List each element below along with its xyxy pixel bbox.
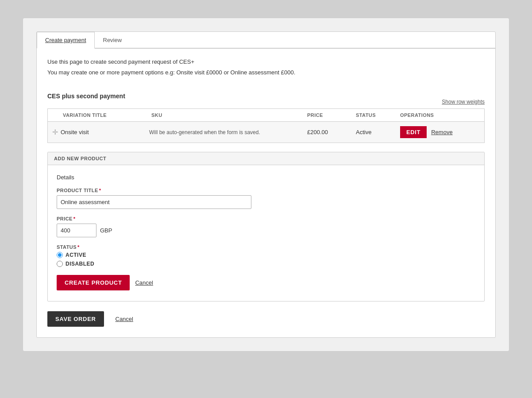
radio-active-input[interactable]: [57, 252, 63, 258]
radio-disabled-label: DISABLED: [66, 261, 94, 267]
drag-handle-icon[interactable]: ✛: [52, 128, 58, 136]
show-weights-link[interactable]: Show row weights: [442, 99, 485, 105]
table-row: ✛ Onsite visit Will be auto-generated wh…: [48, 122, 484, 143]
price-input[interactable]: [57, 224, 96, 237]
description-line2: You may create one or more payment optio…: [47, 68, 485, 77]
save-order-button[interactable]: SAVE ORDER: [47, 311, 104, 327]
tabs-bar: Create payment Review: [37, 32, 495, 49]
radio-disabled-input[interactable]: [57, 261, 63, 267]
product-title-label: PRODUCT TITLE*: [57, 188, 475, 193]
page-container: Create payment Review Use this page to c…: [23, 18, 509, 352]
status-label: STATUS*: [57, 244, 475, 250]
section-title: CES plus second payment: [47, 93, 125, 100]
cell-variation-title: Onsite visit: [61, 129, 149, 135]
product-title-group: PRODUCT TITLE*: [57, 188, 475, 209]
th-sku: SKU: [151, 112, 307, 118]
th-operations: OPERATIONS: [400, 112, 480, 118]
create-product-button[interactable]: CREATE PRODUCT: [57, 275, 130, 290]
th-status: STATUS: [356, 112, 400, 118]
form-actions: CREATE PRODUCT Cancel: [57, 275, 475, 290]
product-table: VARIATION TITLE SKU PRICE STATUS OPERATI…: [47, 108, 485, 143]
radio-active[interactable]: ACTIVE: [57, 252, 475, 258]
bottom-actions: SAVE ORDER Cancel: [47, 311, 485, 327]
cell-price: £200.00: [307, 129, 356, 135]
cell-status: Active: [356, 129, 400, 135]
description-line1: Use this page to create second payment r…: [47, 58, 485, 66]
status-group: STATUS* ACTIVE DISABLED: [57, 244, 475, 267]
add-product-body: Details PRODUCT TITLE* PRICE*: [48, 165, 484, 301]
details-label: Details: [57, 174, 475, 181]
price-label: PRICE*: [57, 216, 475, 221]
tab-create-payment[interactable]: Create payment: [37, 32, 95, 49]
radio-disabled[interactable]: DISABLED: [57, 261, 475, 267]
currency-label: GBP: [100, 227, 112, 234]
table-header: VARIATION TITLE SKU PRICE STATUS OPERATI…: [48, 109, 484, 122]
th-variation-title: VARIATION TITLE: [63, 112, 151, 118]
radio-active-label: ACTIVE: [66, 252, 86, 258]
add-product-header: ADD NEW PRODUCT: [48, 152, 484, 165]
add-product-section: ADD NEW PRODUCT Details PRODUCT TITLE* P…: [47, 152, 485, 301]
add-product-cancel-link[interactable]: Cancel: [135, 279, 153, 286]
main-card: Create payment Review Use this page to c…: [36, 31, 496, 338]
cell-sku: Will be auto-generated when the form is …: [149, 129, 307, 135]
bottom-cancel-link[interactable]: Cancel: [116, 316, 133, 322]
edit-button[interactable]: EDIT: [400, 126, 427, 138]
price-group: PRICE* GBP: [57, 216, 475, 237]
cell-operations: EDIT Remove: [400, 126, 480, 138]
product-title-input[interactable]: [57, 195, 251, 209]
tab-review[interactable]: Review: [95, 32, 131, 49]
th-price: PRICE: [307, 112, 356, 118]
status-radio-group: ACTIVE DISABLED: [57, 252, 475, 267]
price-row: GBP: [57, 224, 475, 237]
remove-link[interactable]: Remove: [431, 129, 452, 135]
card-body: Use this page to create second payment r…: [37, 49, 495, 337]
